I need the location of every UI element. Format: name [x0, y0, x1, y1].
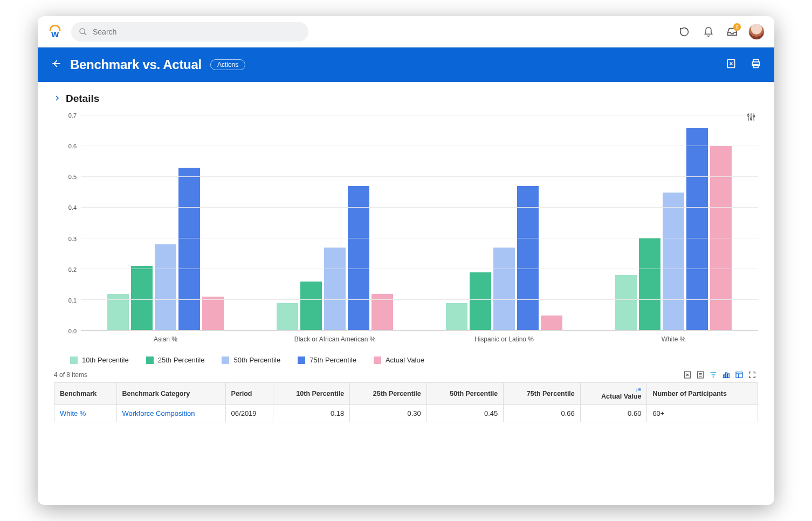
legend-item[interactable]: 25th Percentile: [146, 356, 205, 364]
table-fullscreen-icon[interactable]: [746, 369, 758, 380]
sort-desc-icon: ↓≡: [586, 387, 642, 393]
table-header-cell[interactable]: Number of Participants: [647, 383, 758, 405]
legend-item[interactable]: Actual Value: [374, 356, 424, 364]
search-input[interactable]: [93, 28, 301, 36]
chart-bar-group: [589, 115, 758, 331]
chevron-right-icon: [54, 94, 60, 104]
chart-bar[interactable]: [300, 282, 322, 331]
table-filter-icon[interactable]: [707, 369, 719, 380]
chart-bar[interactable]: [131, 266, 153, 331]
y-axis-tick: 0.1: [68, 297, 77, 304]
chart-bar[interactable]: [663, 193, 684, 331]
topbar: W 0: [38, 16, 774, 47]
svg-rect-21: [724, 375, 725, 378]
legend-swatch: [298, 357, 305, 364]
chart-bar[interactable]: [517, 186, 539, 331]
table-cell: 0.60: [580, 405, 647, 422]
export-excel-icon[interactable]: [726, 58, 737, 71]
table-cell-link[interactable]: White %: [54, 405, 117, 422]
svg-rect-22: [726, 373, 727, 378]
chart-bar[interactable]: [324, 248, 346, 331]
table-header-cell[interactable]: ↓≡Actual Value: [580, 383, 647, 405]
y-axis-tick: 0.7: [68, 112, 77, 119]
x-axis-label: Hispanic or Latino %: [419, 331, 589, 343]
legend-swatch: [70, 357, 78, 364]
y-axis-tick: 0.3: [68, 236, 77, 242]
legend-label: 10th Percentile: [82, 356, 129, 364]
chart-bar[interactable]: [615, 275, 637, 331]
chart-bar[interactable]: [710, 146, 732, 331]
table-header-cell[interactable]: 75th Percentile: [504, 383, 581, 405]
chart-bar[interactable]: [686, 128, 708, 331]
legend-label: 25th Percentile: [158, 356, 205, 364]
table-header-cell[interactable]: 10th Percentile: [273, 383, 350, 405]
search-icon: [79, 28, 87, 36]
table-header-cell[interactable]: Period: [225, 383, 273, 405]
chart-bar[interactable]: [202, 297, 224, 331]
table-cell: 0.30: [350, 405, 427, 422]
chart-bar[interactable]: [639, 238, 660, 331]
chart-bar[interactable]: [277, 303, 298, 331]
actions-button[interactable]: Actions: [210, 59, 245, 70]
y-axis-tick: 0.6: [68, 143, 77, 149]
app-window: W 0 Benchmark vs. Actual Actions: [38, 16, 774, 505]
chart-bar[interactable]: [541, 316, 562, 331]
chart-bar[interactable]: [446, 303, 467, 331]
legend-swatch: [146, 357, 154, 364]
y-axis-tick: 0.2: [68, 266, 77, 273]
chart-bar[interactable]: [155, 244, 176, 331]
chart-bar[interactable]: [178, 168, 200, 331]
table-cell-link[interactable]: Workforce Composition: [116, 405, 225, 422]
notifications-icon[interactable]: [701, 24, 716, 39]
x-axis-label: Asian %: [81, 331, 250, 343]
table-chart-icon[interactable]: [720, 369, 732, 380]
legend-item[interactable]: 75th Percentile: [298, 356, 356, 364]
y-axis-tick: 0.0: [68, 328, 77, 334]
back-arrow-icon[interactable]: [51, 58, 61, 71]
details-toggle[interactable]: Details: [54, 93, 758, 105]
chart-bar[interactable]: [348, 186, 369, 331]
table-cell: 0.18: [273, 405, 350, 422]
table-header-cell[interactable]: 50th Percentile: [426, 383, 504, 405]
chart-bar[interactable]: [470, 272, 491, 331]
table-header-cell[interactable]: Benchmark Category: [116, 383, 225, 405]
legend-item[interactable]: 50th Percentile: [222, 356, 280, 364]
svg-point-1: [80, 29, 85, 33]
legend-item[interactable]: 10th Percentile: [70, 356, 129, 364]
page-header: Benchmark vs. Actual Actions: [38, 47, 774, 82]
table-count-label: 4 of 8 items: [54, 371, 87, 379]
table-meta-row: 4 of 8 items: [54, 369, 758, 380]
table-worksheet-icon[interactable]: [694, 369, 706, 380]
legend-label: 75th Percentile: [309, 356, 356, 364]
user-avatar[interactable]: [748, 24, 765, 40]
details-heading: Details: [66, 93, 99, 105]
table-header-cell[interactable]: 25th Percentile: [350, 383, 427, 405]
chart-bar-group: [81, 115, 250, 331]
table-row: White %Workforce Composition06/20190.180…: [54, 405, 758, 422]
inbox-badge: 0: [733, 23, 741, 31]
y-axis-tick: 0.5: [68, 174, 77, 180]
chart-legend: 10th Percentile25th Percentile50th Perce…: [70, 356, 758, 364]
table-cell: 0.45: [426, 405, 504, 422]
data-table: BenchmarkBenchmark CategoryPeriod10th Pe…: [54, 382, 758, 422]
search-box[interactable]: [71, 22, 308, 42]
legend-swatch: [222, 357, 229, 364]
app-logo[interactable]: W: [47, 24, 63, 39]
table-cell: 06/2019: [225, 405, 273, 422]
table-export-excel-icon[interactable]: [682, 369, 693, 380]
legend-label: Actual Value: [386, 356, 424, 364]
table-cell: 60+: [647, 405, 758, 422]
chart-plot-area: 0.00.10.20.30.40.50.60.7: [54, 115, 758, 331]
chart-bar[interactable]: [493, 248, 515, 331]
table-header-cell[interactable]: Benchmark: [54, 383, 117, 405]
print-icon[interactable]: [751, 58, 761, 71]
svg-rect-24: [736, 372, 742, 378]
svg-rect-6: [754, 65, 758, 68]
legend-label: 50th Percentile: [233, 356, 280, 364]
inbox-icon[interactable]: 0: [725, 24, 740, 39]
x-axis-label: Black or African American %: [250, 331, 419, 343]
chat-icon[interactable]: [677, 24, 692, 39]
table-columns-icon[interactable]: [733, 369, 745, 380]
page-title: Benchmark vs. Actual: [70, 57, 202, 72]
x-axis-label: White %: [589, 331, 758, 343]
